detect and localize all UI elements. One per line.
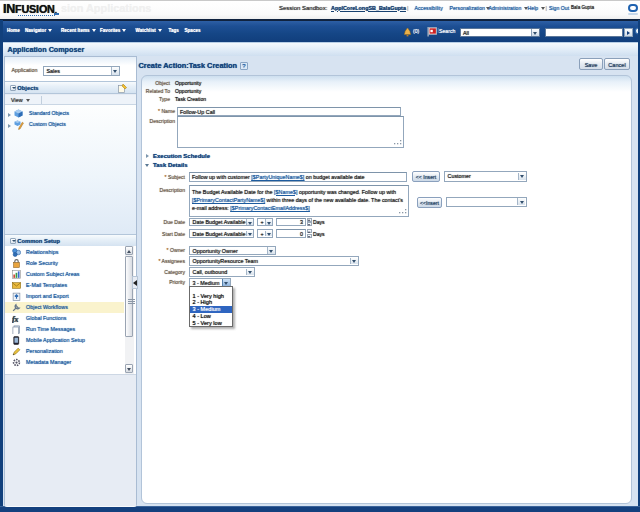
svg-text:fx: fx [12,314,19,322]
